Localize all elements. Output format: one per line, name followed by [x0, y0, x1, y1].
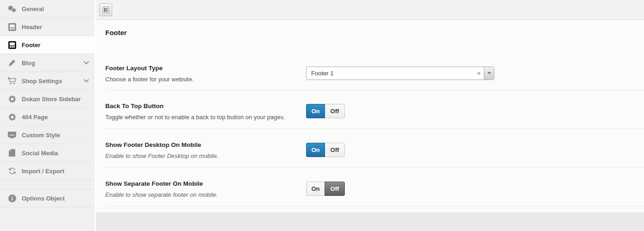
back-to-top-toggle: On Off — [306, 104, 345, 118]
sidebar-item-label: Footer — [22, 42, 89, 49]
field-row-footer-desktop-on-mobile: Show Footer Desktop On Mobile Enable to … — [105, 129, 644, 168]
sidebar-item-blog[interactable]: Blog — [0, 54, 95, 72]
sidebar-item-social-media[interactable]: Social Media — [0, 144, 95, 162]
page-title: Footer — [96, 20, 644, 48]
field-description: Enable to show Footer Desktop on mobile. — [105, 152, 644, 159]
options-toolbar — [96, 0, 644, 20]
footer-layout-icon — [8, 41, 16, 49]
toggle-on-button[interactable]: On — [306, 182, 325, 196]
page-icon — [8, 149, 16, 157]
toggle-off-button[interactable]: Off — [325, 104, 345, 118]
sidebar-item-404-page[interactable]: 404 Page — [0, 108, 95, 126]
settings-sidebar: General Header Footer Blog Shop Settings — [0, 0, 95, 231]
sidebar-item-custom-style[interactable]: css Custom Style — [0, 126, 95, 144]
field-row-separate-footer-on-mobile: Show Separate Footer On Mobile Enable to… — [105, 168, 644, 207]
field-label: Back To Top Button — [105, 103, 644, 109]
clear-selection-icon[interactable]: × — [477, 67, 481, 79]
selected-option-label: Footer 1 — [307, 67, 494, 79]
toggle-off-button[interactable]: Off — [325, 143, 345, 157]
sidebar-item-label: Custom Style — [22, 132, 89, 139]
chevron-down-icon[interactable] — [484, 67, 494, 79]
info-icon — [8, 194, 16, 202]
sidebar-item-label: Import / Export — [22, 168, 89, 175]
footer-desktop-on-mobile-toggle: On Off — [306, 143, 345, 157]
field-row-footer-layout-type: Footer Layout Type Choose a footer for y… — [105, 48, 644, 90]
sidebar-item-dokan-store-sidebar[interactable]: Dokan Store Sidebar — [0, 90, 95, 108]
pencil-icon — [8, 59, 16, 67]
toggle-on-button[interactable]: On — [306, 143, 325, 157]
sidebar-item-label: General — [22, 6, 89, 12]
svg-text:css: css — [10, 133, 15, 136]
field-description: Toggle whether or not to enable a back t… — [105, 114, 644, 121]
sync-icon — [8, 167, 16, 175]
chevron-down-icon — [84, 61, 89, 65]
sidebar-item-import-export[interactable]: Import / Export — [0, 162, 95, 180]
expand-panel-icon — [102, 6, 109, 13]
sidebar-item-options-object[interactable]: Options Object — [0, 189, 95, 207]
cart-icon — [8, 77, 16, 85]
toggle-off-button[interactable]: Off — [325, 182, 345, 196]
css-badge-icon: css — [8, 131, 16, 139]
sidebar-item-label: Shop Settings — [22, 78, 81, 85]
settings-main-panel: Footer Footer Layout Type Choose a foote… — [96, 0, 644, 231]
sidebar-item-label: Social Media — [22, 150, 89, 157]
gears-icon — [8, 5, 16, 13]
gear-icon — [8, 95, 16, 103]
separate-footer-on-mobile-toggle: On Off — [306, 182, 345, 196]
sidebar-spacer — [0, 180, 95, 189]
sidebar-item-label: Options Object — [22, 195, 89, 202]
chevron-down-icon — [84, 79, 89, 83]
sidebar-item-general[interactable]: General — [0, 0, 95, 18]
toggle-on-button[interactable]: On — [306, 104, 325, 118]
gear-icon — [8, 113, 16, 121]
sidebar-item-label: Blog — [22, 60, 81, 67]
sidebar-item-label: Header — [22, 24, 89, 30]
footer-settings-content: Footer Footer Layout Type Choose a foote… — [96, 20, 644, 213]
footer-layout-select[interactable]: Footer 1 × — [306, 67, 494, 80]
sidebar-item-shop-settings[interactable]: Shop Settings — [0, 72, 95, 90]
sidebar-item-label: 404 Page — [22, 114, 89, 121]
panel-footer-bar — [96, 213, 644, 231]
sidebar-item-header[interactable]: Header — [0, 18, 95, 36]
field-label: Show Footer Desktop On Mobile — [105, 141, 644, 148]
expand-options-button[interactable] — [99, 3, 112, 16]
sidebar-item-footer[interactable]: Footer — [0, 36, 95, 54]
field-description: Enable to show separate footer on mobile… — [105, 191, 644, 198]
sidebar-item-label: Dokan Store Sidebar — [22, 96, 89, 103]
field-row-back-to-top: Back To Top Button Toggle whether or not… — [105, 90, 644, 129]
field-label: Show Separate Footer On Mobile — [105, 180, 644, 187]
header-layout-icon — [8, 23, 16, 31]
